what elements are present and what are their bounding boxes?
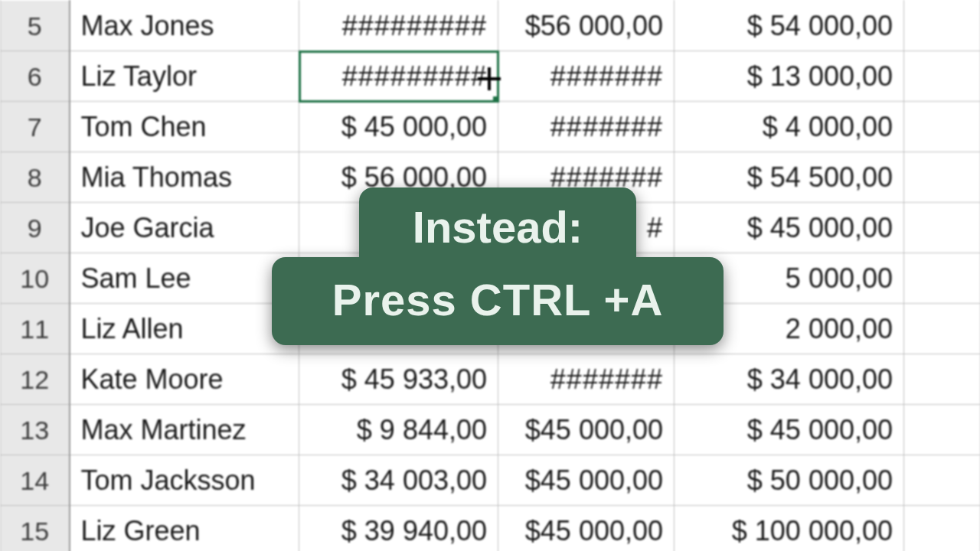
empty-cell[interactable] bbox=[904, 1, 981, 51]
value-cell[interactable]: $ 13 000,00 bbox=[675, 51, 904, 102]
table-row[interactable]: 7Tom Chen$ 45 000,00#######$ 4 000,00 bbox=[1, 102, 981, 152]
name-cell[interactable]: Joe Garcia bbox=[70, 203, 299, 253]
empty-cell[interactable] bbox=[904, 455, 981, 506]
table-row[interactable]: 5Max Jones#########$56 000,00$ 54 000,00 bbox=[1, 1, 981, 51]
empty-cell[interactable] bbox=[904, 152, 981, 203]
empty-cell[interactable] bbox=[904, 253, 981, 304]
value-cell[interactable]: $ 4 000,00 bbox=[675, 102, 904, 152]
row-header[interactable]: 14 bbox=[1, 455, 70, 506]
table-row[interactable]: 12Kate Moore$ 45 933,00#######$ 34 000,0… bbox=[1, 354, 981, 405]
name-cell[interactable]: Liz Allen bbox=[70, 304, 299, 354]
value-cell[interactable]: $ 34 000,00 bbox=[675, 354, 904, 405]
table-row[interactable]: 14Tom Jacksson$ 34 003,00$45 000,00$ 50 … bbox=[1, 455, 981, 506]
name-cell[interactable]: Max Jones bbox=[70, 1, 299, 51]
empty-cell[interactable] bbox=[904, 354, 981, 405]
value-cell[interactable]: $ 45 000,00 bbox=[299, 102, 498, 152]
row-header[interactable]: 12 bbox=[1, 354, 70, 405]
empty-cell[interactable] bbox=[904, 304, 981, 354]
value-cell[interactable]: $ 39 940,00 bbox=[299, 506, 498, 552]
row-header[interactable]: 10 bbox=[1, 253, 70, 304]
row-header[interactable]: 7 bbox=[1, 102, 70, 152]
value-cell[interactable]: $ 50 000,00 bbox=[675, 455, 904, 506]
value-cell[interactable]: $ 45 933,00 bbox=[299, 354, 498, 405]
value-cell[interactable]: $ 54 000,00 bbox=[675, 1, 904, 51]
empty-cell[interactable] bbox=[904, 102, 981, 152]
name-cell[interactable]: Sam Lee bbox=[70, 253, 299, 304]
row-header[interactable]: 15 bbox=[1, 506, 70, 552]
name-cell[interactable]: Mia Thomas bbox=[70, 152, 299, 203]
empty-cell[interactable] bbox=[904, 506, 981, 552]
name-cell[interactable]: Liz Taylor bbox=[70, 51, 299, 102]
value-cell[interactable]: ######### bbox=[299, 1, 498, 51]
name-cell[interactable]: Tom Jacksson bbox=[70, 455, 299, 506]
empty-cell[interactable] bbox=[904, 51, 981, 102]
value-cell[interactable]: ####### bbox=[498, 102, 675, 152]
empty-cell[interactable] bbox=[904, 405, 981, 455]
name-cell[interactable]: Liz Green bbox=[70, 506, 299, 552]
row-header[interactable]: 6 bbox=[1, 51, 70, 102]
value-cell[interactable]: ######### bbox=[299, 51, 498, 102]
empty-cell[interactable] bbox=[904, 203, 981, 253]
hint-tooltip: Instead: Press CTRL +A bbox=[272, 187, 724, 345]
table-row[interactable]: 13Max Martinez$ 9 844,00$45 000,00$ 45 0… bbox=[1, 405, 981, 455]
table-row[interactable]: 6Liz Taylor################$ 13 000,00 bbox=[1, 51, 981, 102]
value-cell[interactable]: ####### bbox=[498, 51, 675, 102]
tooltip-line1: Instead: bbox=[359, 187, 636, 262]
name-cell[interactable]: Tom Chen bbox=[70, 102, 299, 152]
value-cell[interactable]: $45 000,00 bbox=[498, 405, 675, 455]
value-cell[interactable]: $ 100 000,00 bbox=[675, 506, 904, 552]
name-cell[interactable]: Kate Moore bbox=[70, 354, 299, 405]
value-cell[interactable]: $ 45 000,00 bbox=[675, 405, 904, 455]
value-cell[interactable]: $ 34 003,00 bbox=[299, 455, 498, 506]
value-cell[interactable]: $56 000,00 bbox=[498, 1, 675, 51]
value-cell[interactable]: $45 000,00 bbox=[498, 455, 675, 506]
row-header[interactable]: 11 bbox=[1, 304, 70, 354]
value-cell[interactable]: ####### bbox=[498, 354, 675, 405]
value-cell[interactable]: $45 000,00 bbox=[498, 506, 675, 552]
row-header[interactable]: 8 bbox=[1, 152, 70, 203]
row-header[interactable]: 9 bbox=[1, 203, 70, 253]
tooltip-line2: Press CTRL +A bbox=[272, 257, 724, 345]
row-header[interactable]: 5 bbox=[1, 1, 70, 51]
table-row[interactable]: 15Liz Green$ 39 940,00$45 000,00$ 100 00… bbox=[1, 506, 981, 552]
name-cell[interactable]: Max Martinez bbox=[70, 405, 299, 455]
row-header[interactable]: 13 bbox=[1, 405, 70, 455]
value-cell[interactable]: $ 9 844,00 bbox=[299, 405, 498, 455]
